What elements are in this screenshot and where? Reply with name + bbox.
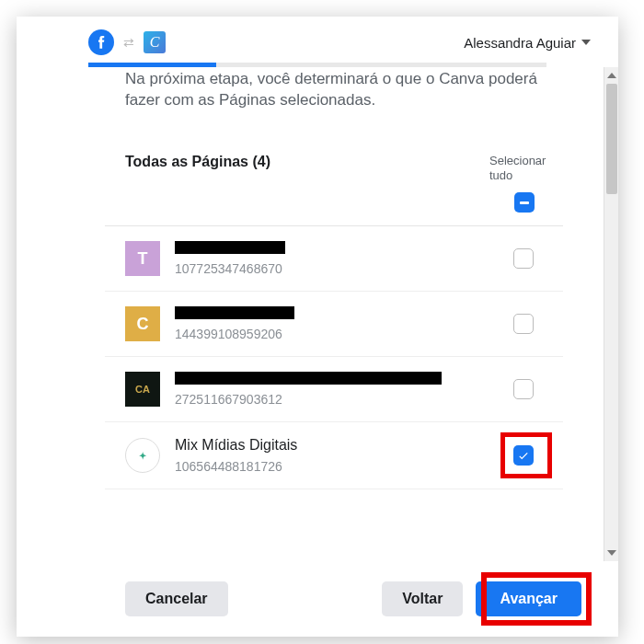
- pages-list: Todas as Páginas (4) Selecionar tudo T 1…: [88, 137, 580, 490]
- check-icon: [517, 449, 530, 462]
- page-checkbox[interactable]: [513, 314, 534, 334]
- cancel-button[interactable]: Cancelar: [125, 581, 228, 616]
- scroll-thumb[interactable]: [606, 84, 617, 194]
- page-checkbox[interactable]: [513, 445, 534, 466]
- scroll-down-icon[interactable]: [607, 550, 616, 556]
- step-description: Na próxima etapa, você determinará o que…: [88, 67, 580, 137]
- page-avatar: T: [125, 241, 160, 276]
- page-id: 272511667903612: [175, 392, 499, 407]
- list-header: Todas as Páginas (4) Selecionar tudo: [105, 137, 563, 227]
- page-name-redacted: [175, 306, 294, 319]
- table-row: T 107725347468670: [105, 226, 563, 292]
- facebook-icon: [88, 29, 114, 55]
- dialog-footer: Cancelar Voltar Avançar: [17, 561, 618, 637]
- page-checkbox[interactable]: [513, 379, 534, 399]
- page-name: Mix Mídias Digitais: [175, 437, 499, 454]
- page-name-redacted: [175, 372, 442, 385]
- page-name-redacted: [175, 241, 285, 254]
- page-checkbox[interactable]: [513, 248, 534, 269]
- canva-icon: C: [144, 31, 166, 53]
- page-id: 144399108959206: [175, 327, 499, 341]
- scroll-up-icon[interactable]: [607, 73, 616, 78]
- table-row: C 144399108959206: [105, 292, 563, 357]
- user-name: Alessandra Aguiar: [464, 35, 576, 51]
- page-avatar: C: [125, 306, 160, 341]
- back-button[interactable]: Voltar: [382, 581, 463, 616]
- page-avatar: CA: [125, 372, 160, 407]
- permissions-dialog: ⇄ C Alessandra Aguiar Na próxima etapa, …: [17, 17, 618, 637]
- select-all-label: Selecionar tudo: [489, 154, 559, 184]
- caret-down-icon: [581, 40, 591, 45]
- dialog-header: ⇄ C Alessandra Aguiar: [17, 17, 618, 63]
- user-menu[interactable]: Alessandra Aguiar: [464, 35, 591, 51]
- app-link-icons: ⇄ C: [88, 29, 166, 55]
- select-all-checkbox[interactable]: [514, 192, 535, 213]
- table-row: CA 272511667903612: [105, 357, 563, 422]
- link-icon: ⇄: [123, 35, 134, 50]
- scrollbar[interactable]: [604, 67, 618, 561]
- page-avatar: ✦: [125, 438, 160, 473]
- list-title: Todas as Páginas (4): [125, 154, 270, 170]
- table-row: ✦ Mix Mídias Digitais 106564488181726: [105, 422, 563, 489]
- next-button[interactable]: Avançar: [476, 581, 581, 616]
- page-id: 107725347468670: [175, 261, 499, 276]
- page-id: 106564488181726: [175, 459, 499, 474]
